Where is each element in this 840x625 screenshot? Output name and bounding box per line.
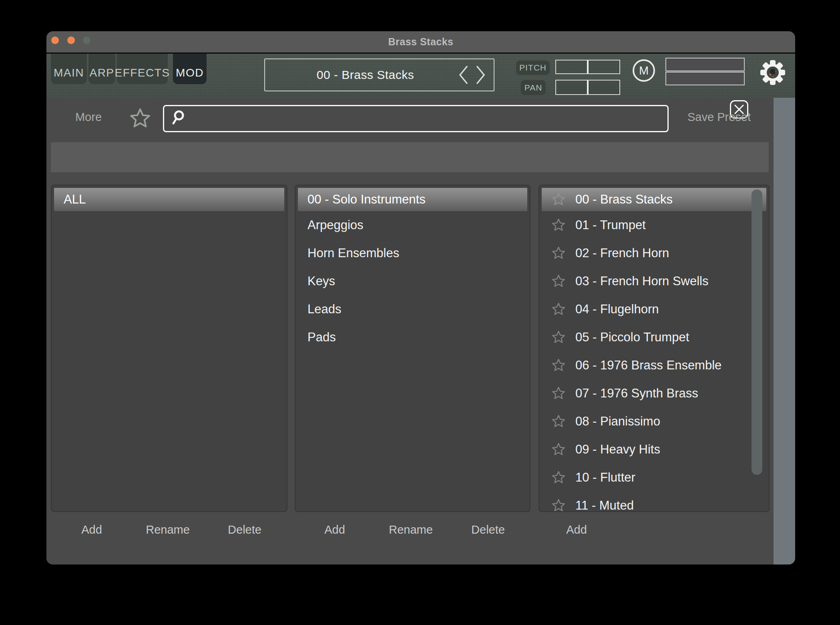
tab-effects[interactable]: EFFECTS — [117, 54, 168, 84]
preset-label: 01 - Trumpet — [575, 218, 646, 232]
tab-arp[interactable]: ARP — [88, 54, 115, 84]
bank-item[interactable]: Pads — [298, 323, 527, 351]
preset-item[interactable]: 11 - Muted — [542, 492, 766, 512]
preset-display: 00 - Brass Stacks — [317, 68, 414, 82]
plugin-window: Brass Stacks MAIN ARP EFFECTS MOD 00 - B… — [46, 31, 795, 565]
titlebar[interactable]: Brass Stacks — [46, 31, 795, 54]
filter-info-bar — [51, 142, 769, 172]
top-strip: MAIN ARP EFFECTS MOD 00 - Brass Stacks P… — [46, 54, 795, 98]
preset-label: 08 - Pianissimo — [575, 414, 660, 429]
search-input[interactable] — [186, 106, 667, 131]
star-icon[interactable] — [551, 302, 566, 317]
chevron-left-icon — [458, 65, 469, 85]
preset-label: 02 - French Horn — [575, 246, 669, 260]
delete-category-button[interactable]: Delete — [228, 523, 261, 536]
star-icon[interactable] — [551, 218, 566, 232]
preset-item[interactable]: 03 - French Horn Swells — [542, 267, 766, 295]
bank-label: Arpeggios — [307, 218, 364, 232]
preset-label: 07 - 1976 Synth Brass — [575, 386, 698, 401]
add-bank-button[interactable]: Add — [324, 523, 345, 536]
preset-label: 03 - French Horn Swells — [575, 274, 709, 288]
star-icon[interactable] — [551, 414, 566, 429]
category-item-selected[interactable]: ALL — [54, 188, 284, 211]
preset-item[interactable]: 08 - Pianissimo — [542, 407, 766, 435]
bank-label: Pads — [307, 330, 336, 345]
window-minimize-button[interactable] — [67, 36, 75, 44]
pan-label: PAN — [521, 80, 546, 95]
preset-next-button[interactable] — [475, 59, 486, 91]
category-label: ALL — [64, 192, 86, 207]
level-meter-top — [665, 58, 745, 71]
bank-item[interactable]: Leads — [298, 295, 527, 323]
preset-item[interactable]: 05 - Piccolo Trumpet — [542, 323, 766, 351]
browser-side-scrollbar[interactable] — [774, 98, 795, 565]
search-icon — [170, 110, 186, 127]
preset-label: 06 - 1976 Brass Ensemble — [575, 358, 721, 373]
star-icon[interactable] — [551, 330, 566, 345]
window-close-button[interactable] — [51, 36, 59, 44]
preset-browser: More Save Preset ALL — [46, 98, 795, 565]
bank-label: Leads — [307, 302, 341, 317]
search-box[interactable] — [163, 105, 669, 132]
more-button[interactable]: More — [62, 111, 115, 124]
bank-item-selected[interactable]: 00 - Solo Instruments — [298, 188, 527, 211]
chevron-right-icon — [475, 65, 486, 85]
preset-selector[interactable]: 00 - Brass Stacks — [264, 58, 494, 91]
star-icon[interactable] — [551, 358, 566, 373]
bank-label: Keys — [307, 274, 335, 288]
preset-item[interactable]: 10 - Flutter — [542, 464, 766, 492]
preset-label: 04 - Flugelhorn — [575, 302, 659, 317]
star-icon[interactable] — [551, 192, 566, 207]
preset-label: 11 - Muted — [575, 498, 634, 512]
preset-prev-button[interactable] — [458, 59, 469, 91]
tab-main[interactable]: MAIN — [51, 54, 87, 84]
star-icon[interactable] — [551, 246, 566, 260]
pitch-label: PITCH — [516, 60, 550, 75]
star-icon[interactable] — [551, 498, 566, 512]
pitch-slider-handle[interactable] — [587, 60, 589, 73]
banks-list: 00 - Solo Instruments Arpeggios Horn Ens… — [295, 185, 531, 512]
mono-button[interactable]: M — [633, 59, 655, 82]
pan-slider-handle[interactable] — [587, 81, 589, 94]
presets-scrollbar-thumb[interactable] — [752, 190, 762, 475]
add-category-button[interactable]: Add — [81, 523, 102, 536]
preset-item-selected[interactable]: 00 - Brass Stacks — [542, 188, 766, 211]
desktop-background: Brass Stacks MAIN ARP EFFECTS MOD 00 - B… — [0, 0, 840, 625]
save-preset-button[interactable]: Save Preset — [679, 111, 759, 124]
bank-item[interactable]: Arpeggios — [298, 211, 527, 239]
bank-item[interactable]: Horn Ensembles — [298, 239, 527, 267]
preset-item[interactable]: 07 - 1976 Synth Brass — [542, 379, 766, 407]
star-icon[interactable] — [551, 442, 566, 457]
gear-icon — [760, 60, 785, 85]
mono-label: M — [639, 64, 649, 77]
bank-label: 00 - Solo Instruments — [307, 192, 426, 207]
preset-item[interactable]: 04 - Flugelhorn — [542, 295, 766, 323]
pitch-slider[interactable] — [555, 60, 620, 74]
window-title: Brass Stacks — [46, 31, 795, 52]
delete-bank-button[interactable]: Delete — [471, 523, 505, 536]
pan-slider[interactable] — [555, 80, 620, 95]
star-icon — [129, 107, 151, 131]
categories-list: ALL — [51, 185, 287, 512]
rename-bank-button[interactable]: Rename — [389, 523, 433, 536]
preset-label: 05 - Piccolo Trumpet — [575, 330, 689, 345]
level-meter-bottom — [665, 72, 745, 85]
preset-label: 00 - Brass Stacks — [575, 192, 673, 207]
preset-item[interactable]: 02 - French Horn — [542, 239, 766, 267]
presets-list: 00 - Brass Stacks 01 - Trumpet 02 - Fren… — [539, 185, 770, 512]
bank-label: Horn Ensembles — [307, 246, 399, 260]
preset-item[interactable]: 09 - Heavy Hits — [542, 435, 766, 464]
add-preset-button[interactable]: Add — [566, 523, 587, 536]
settings-button[interactable] — [760, 60, 785, 85]
rename-category-button[interactable]: Rename — [146, 523, 190, 536]
window-zoom-button[interactable] — [83, 36, 90, 44]
preset-item[interactable]: 01 - Trumpet — [542, 211, 766, 239]
tab-mod[interactable]: MOD — [173, 54, 207, 84]
favorites-filter-button[interactable] — [129, 107, 151, 131]
star-icon[interactable] — [551, 470, 566, 485]
bank-item[interactable]: Keys — [298, 267, 527, 295]
preset-item[interactable]: 06 - 1976 Brass Ensemble — [542, 351, 766, 379]
star-icon[interactable] — [551, 386, 566, 401]
star-icon[interactable] — [551, 274, 566, 288]
preset-label: 09 - Heavy Hits — [575, 442, 660, 457]
